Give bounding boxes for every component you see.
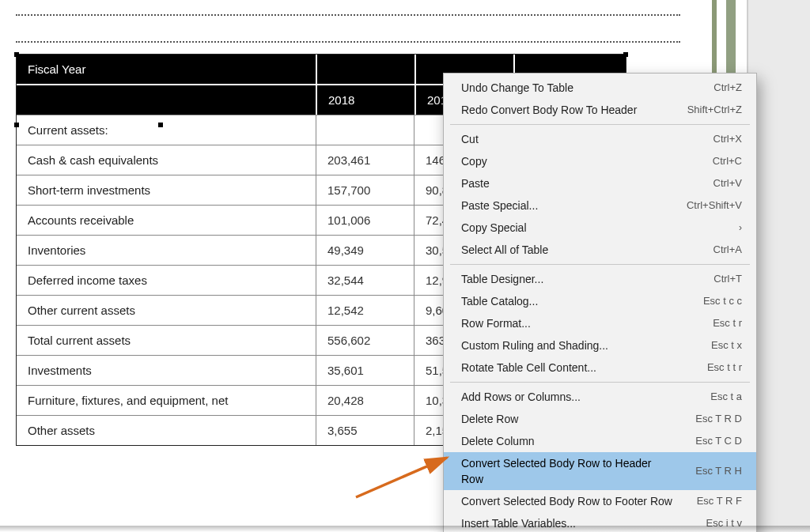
menu-item[interactable]: Copy Special›: [444, 217, 756, 239]
menu-item[interactable]: Table Designer...Ctrl+T: [444, 268, 756, 290]
menu-item-shortcut: Esc t c c: [703, 293, 742, 309]
menu-item-shortcut: Esc T R D: [695, 411, 742, 427]
table-cell-value[interactable]: 20,428: [316, 386, 414, 415]
table-cell-label[interactable]: Inventories: [17, 236, 316, 265]
menu-item[interactable]: Delete RowEsc T R D: [444, 408, 756, 430]
table-title-cell[interactable]: Fiscal Year: [17, 55, 316, 84]
table-cell-label[interactable]: Current assets:: [17, 115, 316, 145]
menu-separator: [450, 264, 750, 265]
table-cell-label[interactable]: Cash & cash equivalents: [17, 145, 316, 175]
table-cell-value[interactable]: 49,349: [316, 236, 414, 265]
menu-item[interactable]: Redo Convert Body Row To HeaderShift+Ctr…: [444, 99, 756, 121]
menu-item-label: Paste Special...: [461, 198, 538, 213]
table-cell-label[interactable]: Investments: [17, 356, 316, 385]
menu-item[interactable]: Table Catalog...Esc t c c: [444, 290, 756, 312]
selection-handle[interactable]: [158, 123, 163, 127]
menu-item-shortcut: Esc t t r: [707, 360, 742, 375]
menu-item-label: Convert Selected Body Row to Header Row: [461, 455, 676, 487]
table-cell-value[interactable]: 101,006: [316, 206, 414, 235]
menu-item-label: Delete Row: [461, 411, 518, 427]
menu-item-label: Insert Table Variables...: [461, 515, 576, 531]
menu-item-shortcut: Ctrl+Z: [713, 80, 742, 96]
menu-item[interactable]: CutCtrl+X: [444, 128, 756, 150]
table-cell-value[interactable]: 35,601: [316, 356, 414, 385]
menu-item[interactable]: CopyCtrl+C: [444, 150, 756, 172]
menu-item[interactable]: Paste Special...Ctrl+Shift+V: [444, 194, 756, 217]
menu-item[interactable]: Row Format...Esc t r: [444, 312, 756, 334]
context-menu[interactable]: Undo Change To TableCtrl+ZRedo Convert B…: [443, 73, 757, 532]
menu-item[interactable]: Insert Table Variables...Esc i t v: [444, 512, 756, 532]
table-cell-label[interactable]: Short-term investments: [17, 175, 316, 205]
table-cell-label[interactable]: Furniture, fixtures, and equipment, net: [17, 386, 316, 415]
menu-item-shortcut: Esc i t v: [706, 515, 742, 531]
menu-item[interactable]: Convert Selected Body Row to Footer RowE…: [444, 490, 756, 512]
menu-item-shortcut: Esc T R H: [695, 463, 742, 479]
menu-item-label: Undo Change To Table: [461, 80, 573, 96]
menu-item-shortcut: Ctrl+A: [713, 242, 742, 258]
selection-handle[interactable]: [623, 52, 628, 57]
table-header-year[interactable]: 2018: [316, 85, 414, 115]
table-cell-value[interactable]: 12,542: [316, 296, 414, 325]
text-frame-guide: [16, 41, 680, 43]
menu-item[interactable]: Custom Ruling and Shading...Esc t x: [444, 334, 756, 357]
menu-item-label: Delete Column: [461, 433, 535, 449]
menu-item-label: Select All of Table: [461, 242, 548, 258]
menu-item-shortcut: Ctrl+X: [713, 131, 742, 147]
menu-item-label: Copy Special: [461, 220, 527, 236]
menu-item-label: Custom Ruling and Shading...: [461, 338, 608, 353]
svg-line-0: [356, 458, 447, 497]
table-cell-value[interactable]: [316, 115, 414, 145]
menu-item-shortcut: Ctrl+C: [713, 153, 742, 169]
menu-item-label: Cut: [461, 131, 479, 147]
table-cell-value[interactable]: 157,700: [316, 175, 414, 205]
menu-item-shortcut: Esc t x: [711, 338, 742, 353]
menu-item-shortcut: Esc t a: [710, 389, 742, 405]
menu-item-shortcut: Ctrl+T: [713, 271, 742, 287]
menu-item-label: Rotate Table Cell Content...: [461, 360, 596, 375]
menu-item-label: Add Rows or Columns...: [461, 389, 581, 405]
menu-item[interactable]: PasteCtrl+V: [444, 172, 756, 194]
text-frame-guide: [16, 14, 680, 16]
menu-item-shortcut: Ctrl+V: [713, 175, 742, 191]
table-cell-label[interactable]: Other current assets: [17, 296, 316, 325]
menu-item[interactable]: Add Rows or Columns...Esc t a: [444, 386, 756, 408]
menu-item-label: Row Format...: [461, 315, 531, 331]
table-cell-label[interactable]: Accounts receivable: [17, 206, 316, 235]
table-cell-label[interactable]: Deferred income taxes: [17, 266, 316, 295]
menu-item-shortcut: Esc t r: [713, 315, 742, 331]
menu-item[interactable]: Undo Change To TableCtrl+Z: [444, 77, 756, 99]
menu-item[interactable]: Rotate Table Cell Content...Esc t t r: [444, 357, 756, 379]
menu-item-shortcut: Esc T R F: [697, 493, 742, 509]
menu-item-label: Table Designer...: [461, 271, 543, 287]
menu-item-shortcut: Ctrl+Shift+V: [687, 198, 742, 213]
menu-item[interactable]: Select All of TableCtrl+A: [444, 239, 756, 261]
selection-handle[interactable]: [14, 123, 19, 127]
document-canvas: Fiscal Year 2018 2019 Current assets: Ca…: [0, 0, 810, 532]
menu-separator: [450, 382, 750, 383]
menu-item-label: Copy: [461, 153, 487, 169]
table-header-cell[interactable]: [17, 85, 316, 115]
table-cell-value[interactable]: 203,461: [316, 145, 414, 175]
submenu-chevron-icon: ›: [739, 220, 742, 236]
table-cell-label[interactable]: Total current assets: [17, 326, 316, 355]
menu-item[interactable]: Delete ColumnEsc T C D: [444, 430, 756, 452]
menu-item-shortcut: Esc T C D: [695, 433, 742, 449]
menu-item-label: Convert Selected Body Row to Footer Row: [461, 493, 672, 509]
menu-item-label: Paste: [461, 175, 490, 191]
table-cell-value[interactable]: 3,655: [316, 416, 414, 445]
menu-item-label: Redo Convert Body Row To Header: [461, 102, 637, 118]
menu-separator: [450, 124, 750, 125]
table-header-cell[interactable]: [316, 55, 414, 84]
menu-item-label: Table Catalog...: [461, 293, 538, 309]
menu-item[interactable]: Convert Selected Body Row to Header RowE…: [444, 452, 756, 490]
table-cell-value[interactable]: 32,544: [316, 266, 414, 295]
table-cell-value[interactable]: 556,602: [316, 326, 414, 355]
menu-item-shortcut: Shift+Ctrl+Z: [687, 102, 742, 118]
table-cell-label[interactable]: Other assets: [17, 416, 316, 445]
selection-handle[interactable]: [14, 52, 19, 57]
